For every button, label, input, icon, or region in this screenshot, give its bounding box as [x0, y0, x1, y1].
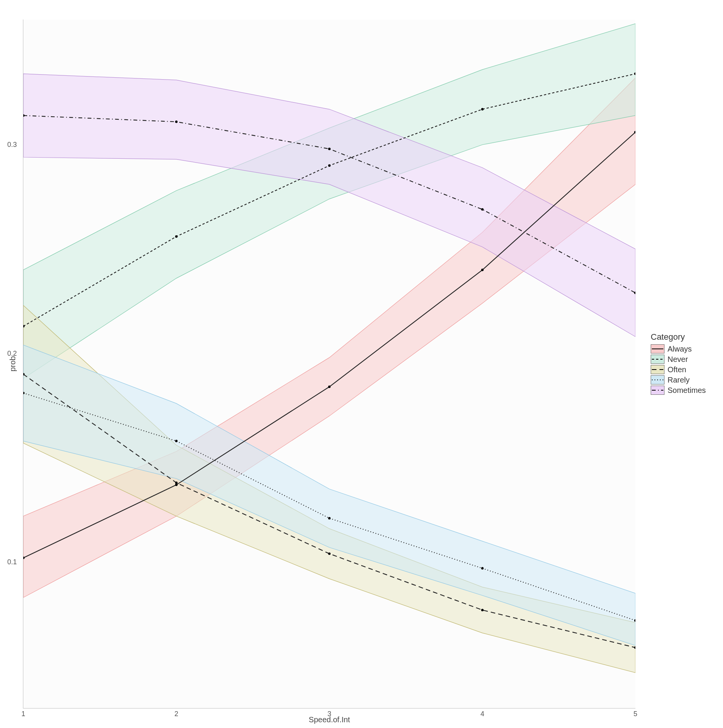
point-never: [175, 235, 177, 238]
y-axis-label: prob: [8, 356, 17, 371]
point-rarely: [328, 517, 331, 519]
chart-container: prob Speed.of.Int 0.10.20.312345 Categor…: [0, 0, 723, 728]
legend-swatch: [651, 365, 664, 374]
plot-svg: [23, 20, 635, 708]
x-tick: 1: [21, 710, 25, 718]
y-tick: 0.1: [7, 558, 17, 566]
legend-swatch: [651, 375, 664, 384]
point-often: [328, 552, 331, 555]
legend-swatch: [651, 344, 664, 353]
point-sometimes: [481, 208, 484, 210]
legend-item-sometimes: Sometimes: [651, 386, 706, 395]
legend-label: Sometimes: [668, 386, 706, 395]
x-tick: 5: [633, 710, 637, 718]
legend-label: Always: [668, 345, 692, 353]
legend-label: Never: [668, 355, 688, 364]
point-never: [328, 164, 331, 167]
legend-title: Category: [651, 332, 706, 342]
legend: Category AlwaysNeverOftenRarelySometimes: [651, 332, 706, 396]
point-always: [481, 269, 484, 271]
point-often: [481, 609, 484, 611]
legend-label: Often: [668, 365, 686, 374]
y-tick: 0.3: [7, 141, 17, 149]
x-tick: 4: [480, 710, 484, 718]
legend-item-often: Often: [651, 365, 706, 374]
plot-panel: prob Speed.of.Int 0.10.20.312345: [23, 20, 635, 708]
legend-label: Rarely: [668, 376, 690, 384]
x-tick: 3: [327, 710, 331, 718]
legend-swatch: [651, 386, 664, 395]
legend-item-always: Always: [651, 344, 706, 353]
x-tick: 2: [174, 710, 178, 718]
legend-item-rarely: Rarely: [651, 375, 706, 384]
y-tick: 0.2: [7, 349, 17, 357]
point-rarely: [175, 440, 177, 442]
point-always: [175, 484, 177, 486]
point-always: [328, 386, 331, 388]
point-sometimes: [175, 121, 177, 123]
point-often: [175, 482, 177, 484]
legend-item-never: Never: [651, 355, 706, 364]
point-rarely: [481, 567, 484, 569]
point-never: [481, 108, 484, 110]
legend-swatch: [651, 355, 664, 364]
point-sometimes: [328, 148, 331, 150]
